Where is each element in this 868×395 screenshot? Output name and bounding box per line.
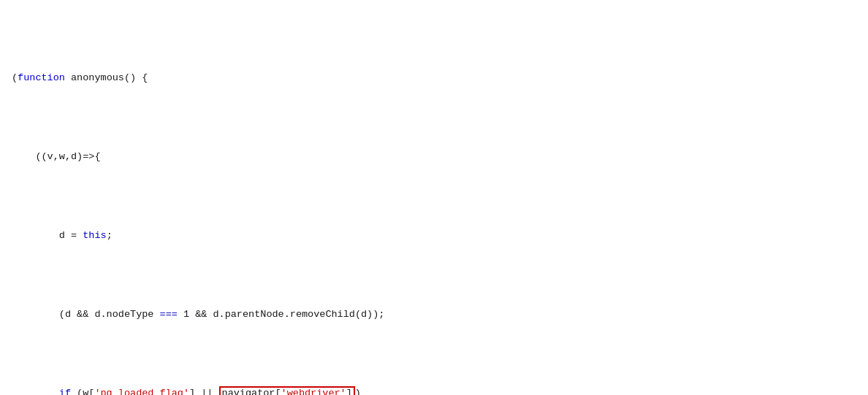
code-block: (function anonymous() { ((v,w,d)=>{ d = …	[12, 7, 856, 395]
highlight-webdriver: navigator['webdriver']	[219, 386, 355, 395]
code-line-4: (d && d.nodeType === 1 && d.parentNode.r…	[12, 307, 856, 323]
code-line-2: ((v,w,d)=>{	[12, 149, 856, 165]
code-line-5: if (w['pg_loaded_flag'] || navigator['we…	[12, 386, 856, 395]
code-line-1: (function anonymous() {	[12, 70, 856, 86]
code-line-3: d = this;	[12, 228, 856, 244]
